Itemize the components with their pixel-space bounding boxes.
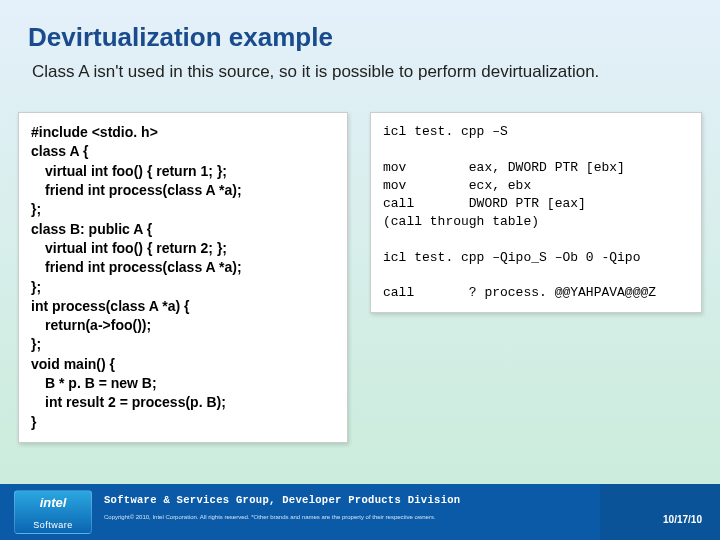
code-line: virtual int foo() { return 1; }; [31,162,335,181]
code-line: int result 2 = process(p. B); [31,393,335,412]
slide-subtitle: Class A isn't used in this source, so it… [32,62,692,82]
code-line: friend int process(class A *a); [31,181,335,200]
footer-date: 10/17/10 [663,514,702,525]
logo-text-bottom: Software [15,520,91,530]
assembly-output-box: icl test. cpp –S mov eax, DWORD PTR [ebx… [370,112,702,313]
code-line: B * p. B = new B; [31,374,335,393]
source-code-box: #include <stdio. h> class A { virtual in… [18,112,348,443]
slide-title: Devirtualization example [28,22,333,53]
code-line: } [31,413,335,432]
code-line: }; [31,200,335,219]
code-line: int process(class A *a) { [31,297,335,316]
code-line: return(a->foo()); [31,316,335,335]
code-line: #include <stdio. h> [31,123,335,142]
code-line: }; [31,335,335,354]
code-line: friend int process(class A *a); [31,258,335,277]
footer-copyright: Copyright© 2010, Intel Corporation. All … [104,514,436,520]
slide: Devirtualization example Class A isn't u… [0,0,720,540]
code-line: class A { [31,142,335,161]
code-line: virtual int foo() { return 2; }; [31,239,335,258]
footer-accent [600,484,720,540]
footer-division: Software & Services Group, Developer Pro… [104,494,460,506]
code-line: }; [31,278,335,297]
footer-bar: intel Software Software & Services Group… [0,484,720,540]
code-line: void main() { [31,355,335,374]
code-line: class B: public A { [31,220,335,239]
logo-text-top: intel [15,495,91,510]
intel-software-logo: intel Software [14,490,92,534]
